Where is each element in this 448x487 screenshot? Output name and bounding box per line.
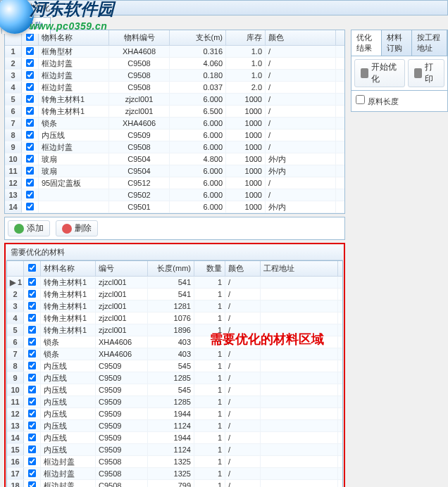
app-icon [4, 3, 13, 13]
row-checkbox[interactable] [28, 469, 36, 477]
right-panel: 原料长度 [351, 91, 448, 112]
optimize-title: 需要优化的材料 [6, 245, 343, 260]
table-row[interactable]: 14内压线C950919441/ [7, 432, 342, 444]
bottom-grid-header: 材料名称 编号 长度(mm) 数量 颜色 工程地址 [7, 261, 342, 277]
table-row[interactable]: 6转角主材料1zjzcl0016.5001000/ [5, 106, 344, 118]
row-checkbox[interactable] [28, 398, 36, 405]
table-row[interactable]: 10玻扇C95044.8001000外/内 [5, 153, 344, 165]
table-row[interactable]: 6锁条XHA46064031/ [7, 336, 342, 348]
row-checkbox[interactable] [26, 71, 34, 79]
row-checkbox[interactable] [26, 167, 34, 175]
top-grid-header: 物料名称 物料编号 支长(m) 库存 颜色 [5, 30, 344, 46]
row-checkbox[interactable] [26, 119, 34, 127]
table-row[interactable]: 4框边封盖C95080.0372.0/ [5, 82, 344, 94]
table-row[interactable]: 15内压线C950911241/ [7, 444, 342, 456]
raw-length-checkbox[interactable] [356, 95, 365, 104]
table-row[interactable]: 10内压线C95095451/ [7, 384, 342, 396]
top-grid: 物料名称 物料编号 支长(m) 库存 颜色 1框角型材XHA46080.3161… [4, 30, 345, 214]
table-row[interactable]: 1框角型材XHA46080.3161.0/ [5, 46, 344, 58]
top-check-all[interactable] [26, 33, 34, 41]
row-checkbox[interactable] [28, 278, 36, 286]
minus-icon [62, 224, 72, 234]
row-checkbox[interactable] [28, 386, 36, 393]
row-checkbox[interactable] [28, 290, 36, 298]
table-row[interactable]: 3框边封盖C95080.1801.0/ [5, 70, 344, 82]
table-row[interactable]: 17框边封盖C950813251/ [7, 468, 342, 480]
table-row[interactable]: 13C95026.0001000/ [5, 189, 344, 201]
row-checkbox[interactable] [28, 434, 36, 441]
window-title: 型材优化 [16, 2, 50, 14]
row-checkbox[interactable] [26, 83, 34, 91]
table-row[interactable]: 12内压线C950919441/ [7, 408, 342, 420]
table-row[interactable]: 8内压线C95095451/ [7, 360, 342, 372]
row-checkbox[interactable] [28, 314, 36, 322]
row-checkbox[interactable] [26, 47, 34, 55]
table-row[interactable]: 7锁条XHA46066.0001000/ [5, 118, 344, 129]
main-tab[interactable]: 物料名称 [1, 17, 51, 34]
table-row[interactable]: 2转角主材料1zjzcl0015411/ [7, 289, 342, 301]
table-row[interactable]: 11玻扇C95046.0001000外/内 [5, 165, 344, 177]
table-row[interactable]: 1295固定盖板C95126.0001000/ [5, 177, 344, 189]
raw-length-label: 原料长度 [368, 97, 399, 106]
start-optimize-button[interactable]: 开始优化 [354, 59, 405, 87]
table-row[interactable]: 4转角主材料1zjzcl00110761/ [7, 312, 342, 324]
table-row[interactable]: 5转角主材料1zjzcl00118961/ [7, 324, 342, 336]
table-row[interactable]: 5转角主材料1zjzcl0016.0001000/ [5, 94, 344, 106]
row-checkbox[interactable] [28, 481, 36, 487]
row-checkbox[interactable] [26, 59, 34, 67]
table-row[interactable]: 2框边封盖C95084.0601.0/ [5, 58, 344, 70]
plus-icon [14, 224, 24, 234]
row-checkbox[interactable] [26, 95, 34, 103]
titlebar: 型材优化 [0, 0, 448, 15]
row-checkbox[interactable] [26, 179, 34, 186]
right-tabs: 优化结果 材料订购 按工程地址 [351, 30, 448, 56]
print-button[interactable]: 打印 [408, 59, 444, 87]
tab-byaddr[interactable]: 按工程地址 [412, 30, 447, 56]
play-icon [361, 68, 368, 78]
row-checkbox[interactable] [26, 155, 34, 163]
row-checkbox[interactable] [28, 422, 36, 429]
add-button[interactable]: 添加 [8, 220, 50, 236]
tab-order[interactable]: 材料订购 [382, 30, 412, 56]
table-row[interactable]: 16框边封盖C950813251/ [7, 456, 342, 468]
tab-results[interactable]: 优化结果 [351, 30, 382, 56]
table-row[interactable]: 13内压线C950911241/ [7, 420, 342, 432]
table-row[interactable]: 9框边封盖C95086.0001000/ [5, 141, 344, 153]
table-row[interactable]: 18框边封盖C95087991/ [7, 480, 342, 487]
table-row[interactable]: 9内压线C950912851/ [7, 372, 342, 384]
row-checkbox[interactable] [28, 362, 36, 369]
delete-button[interactable]: 删除 [56, 220, 98, 236]
row-checkbox[interactable] [26, 107, 34, 115]
table-row[interactable]: 3转角主材料1zjzcl00112811/ [7, 301, 342, 312]
row-checkbox[interactable] [26, 143, 34, 151]
table-row[interactable]: 11内压线C950912851/ [7, 396, 342, 408]
row-checkbox[interactable] [28, 445, 36, 453]
bottom-grid: 材料名称 编号 长度(mm) 数量 颜色 工程地址 ▶ 1转角主材料1zjzcl… [6, 260, 343, 487]
bot-check-all[interactable] [28, 264, 36, 272]
row-checkbox[interactable] [28, 302, 36, 310]
row-checkbox[interactable] [28, 338, 36, 346]
optimize-frame: 需要优化的材料 材料名称 编号 长度(mm) 数量 颜色 工程地址 ▶ 1转角主… [4, 243, 345, 487]
row-checkbox[interactable] [28, 326, 36, 334]
table-row[interactable]: 7锁条XHA46064031/ [7, 348, 342, 360]
row-checkbox[interactable] [28, 410, 36, 417]
row-checkbox[interactable] [26, 203, 34, 210]
table-row[interactable]: 8内压线C95096.0001000/ [5, 129, 344, 141]
table-row[interactable]: ▶ 1转角主材料1zjzcl0015411/ [7, 277, 342, 289]
table-row[interactable]: 14C95016.0001000外/内 [5, 201, 344, 213]
row-checkbox[interactable] [26, 131, 34, 139]
row-checkbox[interactable] [26, 191, 34, 198]
row-checkbox[interactable] [28, 457, 36, 465]
right-toolbar: 开始优化 打印 [351, 56, 448, 91]
row-checkbox[interactable] [28, 350, 36, 358]
toolbar: 添加 删除 [4, 217, 345, 240]
printer-icon [414, 68, 422, 78]
row-checkbox[interactable] [28, 374, 36, 381]
